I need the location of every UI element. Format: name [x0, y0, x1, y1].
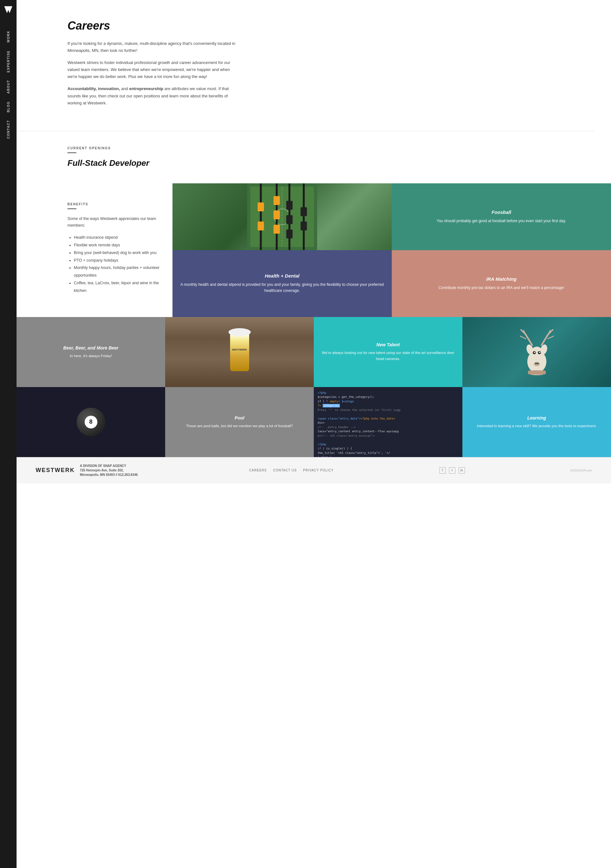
openings-label: CURRENT OPENINGS [68, 146, 548, 150]
sidebar-logo[interactable] [4, 5, 13, 15]
sidebar: WORK EXPERTISE ABOUT BLOG CONTACT [0, 0, 17, 868]
ira-text: Contribute monthly pre-tax dollars to an… [439, 285, 564, 291]
page-title: Careers [68, 19, 239, 33]
list-item: Flexible work remote days [74, 242, 160, 249]
svg-rect-11 [274, 196, 280, 205]
linkedin-icon[interactable]: in [459, 467, 465, 474]
svg-point-23 [537, 363, 539, 364]
footer-brand: SNAP AGENCY [103, 464, 126, 468]
beer-text: In here, it's always Friday! [70, 353, 112, 359]
svg-rect-16 [286, 229, 293, 239]
svg-rect-12 [274, 211, 280, 219]
sidebar-item-contact[interactable]: CONTACT [7, 118, 10, 141]
benefits-list: Health insurance stipend Flexible work r… [68, 234, 160, 294]
new-talent-title: New Talent [376, 342, 400, 347]
svg-rect-15 [286, 215, 293, 224]
intro-para2: Westwerk strives to foster individual pr… [68, 59, 239, 80]
intro-bold1: Accountability [68, 86, 96, 91]
svg-point-21 [534, 362, 540, 366]
beer-foam [229, 328, 251, 336]
list-item: Health insurance stipend [74, 234, 160, 242]
beer-cup-label: WESTWERK [232, 348, 247, 351]
foosball-visual [172, 183, 392, 250]
sidebar-item-expertise[interactable]: EXPERTISE [7, 48, 10, 75]
svg-rect-18 [301, 222, 307, 231]
foosball-title: Foosball [492, 209, 511, 215]
footer-nav-privacy[interactable]: PRIVACY POLICY [303, 468, 334, 472]
learning-title: Learning [527, 415, 546, 420]
svg-rect-10 [258, 222, 264, 231]
svg-rect-14 [286, 201, 293, 210]
footer-tagline-prefix: A DIVISION OF [80, 464, 103, 468]
list-item: PTO + company holidays [74, 257, 160, 265]
learning-text: Interested in learning a new skill? We p… [477, 423, 597, 429]
footer-left: WESTWERK A DIVISION OF SNAP AGENCY 725 H… [36, 464, 144, 477]
svg-rect-5 [260, 183, 262, 250]
pool-ball-number: 8 [85, 416, 97, 428]
beer-title: Beer, Beer, and More Beer [63, 346, 119, 350]
ira-matching-cell: IRA Matching Contribute monthly pre-tax … [392, 250, 611, 317]
footer: WESTWERK A DIVISION OF SNAP AGENCY 725 H… [17, 457, 611, 484]
benefits-intro: Some of the ways Westwerk appreciates ou… [68, 215, 160, 229]
sidebar-navigation: WORK EXPERTISE ABOUT BLOG CONTACT [7, 28, 10, 141]
foosball-image-cell [172, 183, 392, 250]
openings-label-underline [68, 152, 76, 153]
footer-navigation: CAREERS CONTACT US PRIVACY POLICY [249, 468, 334, 472]
ira-title: IRA Matching [486, 276, 517, 282]
sidebar-item-blog[interactable]: BLOG [7, 99, 10, 115]
pool-title: Pool [235, 415, 244, 420]
bottom-grid-1: Beer, Beer, and More Beer In here, it's … [17, 317, 611, 387]
sidebar-item-work[interactable]: WORK [7, 28, 10, 45]
svg-line-34 [541, 335, 548, 345]
beer-cup: WESTWERK [230, 333, 249, 371]
svg-line-37 [548, 336, 554, 339]
svg-line-30 [526, 335, 532, 345]
footer-address: 725 Hennepin Ave, Suite 202, Minneapolis… [80, 468, 138, 476]
footer-tagline: A DIVISION OF SNAP AGENCY 725 Hennepin A… [80, 464, 144, 477]
health-text: A monthly health and dental stipend is p… [180, 282, 384, 294]
intro-section: Careers If you're looking for a dynamic,… [17, 0, 303, 131]
learning-cell: Learning Interested in learning a new sk… [463, 387, 611, 457]
new-talent-text: We're always looking out for new talent … [320, 350, 456, 361]
svg-rect-8 [303, 183, 305, 250]
intro-bold2: , innovation, [96, 86, 120, 91]
svg-point-22 [535, 363, 537, 364]
deer-image-cell [463, 317, 611, 387]
benefits-text: BENEFITS Some of the ways Westwerk appre… [17, 183, 172, 317]
svg-line-33 [520, 336, 526, 339]
list-item: Bring your (well-behaved) dog to work wi… [74, 249, 160, 257]
svg-point-26 [534, 352, 535, 353]
footer-nav-contact[interactable]: CONTACT US [273, 468, 297, 472]
pool-ball-visual: 8 [77, 408, 105, 436]
code-content: <?php $categories = get_the_category(); … [318, 391, 459, 457]
svg-rect-9 [258, 202, 264, 211]
twitter-icon[interactable]: t [449, 467, 455, 474]
foosball-text: You should probably get good at foosball… [436, 218, 566, 224]
benefits-grid-section: BENEFITS Some of the ways Westwerk appre… [17, 183, 611, 317]
beer-text-cell: Beer, Beer, and More Beer In here, it's … [17, 317, 165, 387]
intro-para1: If you're looking for a dynamic, mature,… [68, 40, 239, 54]
beer-image-cell: WESTWERK [165, 317, 314, 387]
job-title: Full-Stack Developer [68, 158, 548, 168]
svg-rect-13 [274, 225, 280, 234]
benefits-grid: Foosball You should probably get good at… [172, 183, 611, 317]
list-item: Monthly happy hours, holiday parties + v… [74, 264, 160, 279]
facebook-icon[interactable]: f [439, 467, 446, 474]
benefits-label-underline [68, 208, 76, 209]
svg-rect-17 [301, 207, 307, 216]
intro-para3: Accountability, innovation, and entrepre… [68, 85, 239, 106]
health-dental-cell: Health + Dental A monthly health and den… [172, 250, 392, 317]
pool-text-cell: Pool Those are pool balls, but did we me… [165, 387, 314, 457]
foosball-text-cell: Foosball You should probably get good at… [392, 183, 611, 250]
intro-bold3: entrepreneurship [129, 86, 163, 91]
pool-text: Those are pool balls, but did we mention… [186, 423, 293, 429]
code-image-cell: <?php $categories = get_the_category(); … [314, 387, 463, 457]
sidebar-item-about[interactable]: ABOUT [7, 78, 10, 96]
footer-nav-careers[interactable]: CAREERS [249, 468, 267, 472]
health-title: Health + Dental [265, 273, 299, 279]
main-content: Careers If you're looking for a dynamic,… [17, 0, 611, 868]
svg-point-27 [539, 352, 540, 353]
list-item: Coffee, tea, LaCroix, beer, liquor and w… [74, 279, 160, 295]
pool-image-cell: 8 [17, 387, 165, 457]
footer-logo: WESTWERK [36, 467, 75, 474]
